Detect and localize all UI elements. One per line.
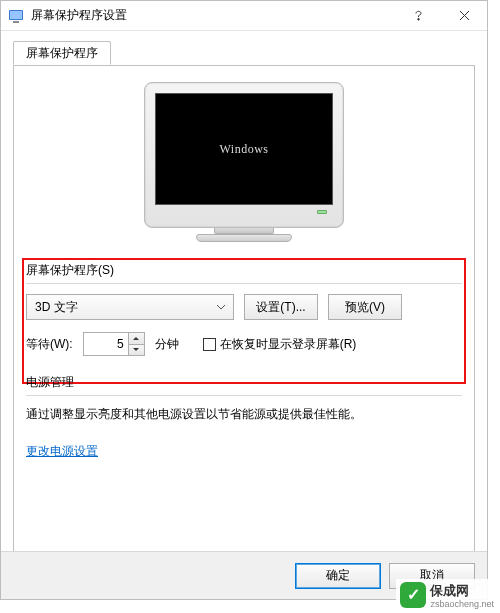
wait-label: 等待(W): [26,336,73,353]
monitor-screen: Windows [155,93,333,205]
power-led-icon [317,210,327,214]
svg-point-3 [417,19,419,21]
watermark: 保成网 zsbaocheng.net [396,579,498,611]
power-link-label: 更改电源设置 [26,444,98,458]
dialog-window: 屏幕保护程序设置 屏幕保护程序 Windows [0,0,488,600]
tab-strip: 屏幕保护程序 [13,41,475,65]
divider [26,395,462,396]
titlebar: 屏幕保护程序设置 [1,1,487,31]
close-button[interactable] [441,1,487,31]
tab-screensaver[interactable]: 屏幕保护程序 [13,41,111,65]
wait-spinner[interactable] [83,332,145,356]
ok-button-label: 确定 [326,568,350,582]
ok-button[interactable]: 确定 [295,563,381,589]
wait-input[interactable] [84,333,128,355]
monitor-preview: Windows [144,82,344,242]
group-title-power: 电源管理 [26,374,462,393]
checkbox-icon [203,338,216,351]
resume-checkbox[interactable]: 在恢复时显示登录屏幕(R) [203,336,357,353]
tab-body: Windows 屏幕保护程序(S) 3D 文字 [13,65,475,565]
screensaver-select[interactable]: 3D 文字 [26,294,234,320]
app-icon [7,7,25,25]
group-title-screensaver: 屏幕保护程序(S) [26,262,462,281]
preview-area: Windows [26,78,462,262]
divider [26,283,462,284]
client-area: 屏幕保护程序 Windows 屏幕保护程序(S) [1,31,487,565]
watermark-url: zsbaocheng.net [430,600,494,609]
power-description: 通过调整显示亮度和其他电源设置以节省能源或提供最佳性能。 [26,406,462,423]
spin-down-button[interactable] [129,344,144,356]
power-group: 电源管理 通过调整显示亮度和其他电源设置以节省能源或提供最佳性能。 更改电源设置 [26,374,462,460]
preview-button[interactable]: 预览(V) [328,294,402,320]
window-title: 屏幕保护程序设置 [31,7,395,24]
preview-button-label: 预览(V) [345,300,385,314]
shield-check-icon [400,582,426,608]
screensaver-group: 屏幕保护程序(S) 3D 文字 设置(T)... 预览(V) [26,262,462,356]
screen-sample-text: Windows [219,142,268,157]
spin-up-button[interactable] [129,333,144,344]
watermark-name: 保成网 [430,583,469,598]
settings-button-label: 设置(T)... [256,300,305,314]
svg-rect-1 [10,11,22,19]
resume-checkbox-label: 在恢复时显示登录屏幕(R) [220,336,357,353]
settings-button[interactable]: 设置(T)... [244,294,318,320]
change-power-settings-link[interactable]: 更改电源设置 [26,444,98,458]
wait-unit: 分钟 [155,336,179,353]
tab-label: 屏幕保护程序 [26,45,98,62]
help-button[interactable] [395,1,441,31]
svg-rect-2 [13,21,19,23]
